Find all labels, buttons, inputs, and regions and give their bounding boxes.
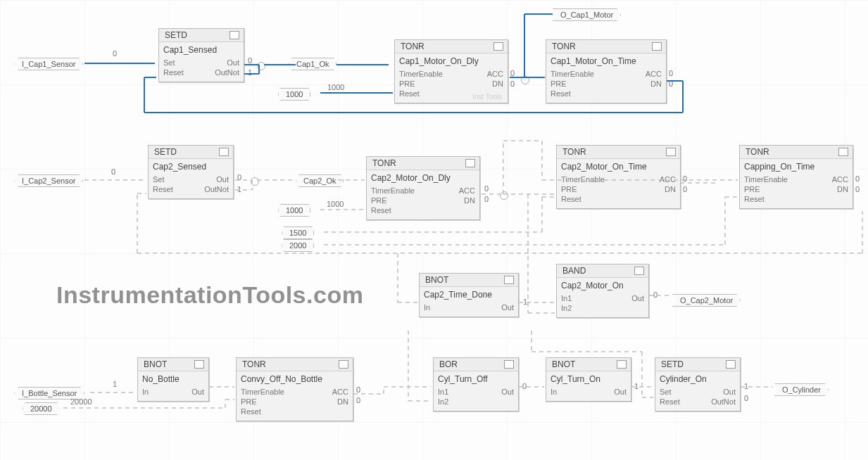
wire-value: 0 [248, 56, 252, 65]
pin-label: TimerEnable [241, 387, 284, 397]
block-type: BAND [562, 266, 586, 276]
pin-label: Set [153, 174, 165, 184]
window-icon [666, 148, 676, 156]
pin-dot [251, 177, 259, 186]
pin-label: ACC [332, 387, 348, 397]
tag-o-cap2-motor[interactable]: O_Cap2_Motor [672, 294, 741, 307]
const-label: 20000 [30, 404, 52, 413]
pin-label: OutNot [711, 397, 736, 407]
window-icon [838, 148, 848, 156]
pin-label: In [424, 302, 430, 312]
window-icon [493, 42, 503, 51]
block-tonr-cap1-time[interactable]: TONR Cap1_Motor_On_Time TimerEnableACC P… [546, 39, 667, 103]
pin-label: Reset [399, 89, 420, 98]
wire-value: 0 [484, 184, 489, 193]
pin-dot [500, 191, 508, 200]
pin-label: Out [501, 302, 514, 312]
wire-value: 0 [113, 49, 117, 58]
block-type: TONR [552, 41, 576, 51]
wire-value: 1 [248, 68, 252, 77]
block-bor-cyloff[interactable]: BOR Cyl_Turn_Off In1Out In2 [433, 357, 519, 411]
window-icon [726, 360, 736, 369]
block-bnot-timedone[interactable]: BNOT Cap2_Time_Done InOut [419, 273, 519, 317]
pin-label: DN [650, 79, 662, 89]
tag-label: Cap2_Ok [303, 177, 336, 185]
wire-value: 0 [356, 385, 360, 394]
window-icon [634, 267, 644, 275]
pin-label: ACC [487, 69, 503, 79]
tag-o-cylinder[interactable]: O_Cylinder [774, 383, 829, 396]
block-tonr-cap1-dly[interactable]: TONR Cap1_Motor_On_Dly TimerEnableACC PR… [394, 39, 508, 103]
pin-label: ACC [459, 186, 475, 196]
pin-label: Out [723, 387, 736, 397]
block-instance: Cap2_Motor_On [561, 281, 644, 290]
tag-cap1-ok[interactable]: Cap1_Ok [289, 58, 336, 70]
pin-label: In [142, 387, 149, 397]
block-bnot-nobottle[interactable]: BNOT No_Bottle InOut [137, 357, 209, 402]
const-1500: 1500 [282, 226, 314, 239]
wire-value: 0 [744, 394, 748, 402]
wire-value: 0 [669, 69, 673, 77]
pin-label: Reset [561, 194, 581, 204]
pin-label: PRE [241, 397, 257, 407]
block-setd-cap2[interactable]: SETD Cap2_Sensed SetOut ResetOutNot [148, 145, 234, 199]
pin-label: Reset [660, 397, 680, 407]
tag-cap2-ok[interactable]: Cap2_Ok [296, 174, 344, 187]
pin-label: PRE [551, 79, 567, 89]
block-type: SETD [661, 359, 684, 369]
block-instance: Cyl_Turn_On [551, 374, 627, 384]
block-band-motoron[interactable]: BAND Cap2_Motor_On In1Out In2 [556, 264, 649, 318]
wire-value: 0 [111, 167, 115, 176]
block-bnot-cylon[interactable]: BNOT Cyl_Turn_On InOut [546, 357, 631, 402]
block-setd-cap1[interactable]: SETD Cap1_Sensed SetOut ResetOutNot [158, 28, 244, 82]
block-tonr-cap2-time[interactable]: TONR Cap2_Motor_On_Time TimerEnableACC P… [556, 145, 681, 209]
wire-value: 1 [523, 298, 527, 306]
pin-label: PRE [561, 184, 577, 194]
pin-label: Out [216, 174, 229, 184]
tag-label: I_Cap1_Sensor [22, 60, 75, 68]
pin-label: TimerEnable [371, 186, 415, 196]
window-icon [229, 31, 239, 39]
pin-label: In2 [438, 397, 448, 407]
block-instance: Cap2_Motor_On_Time [561, 162, 676, 172]
tag-i-cap1-sensor[interactable]: I_Cap1_Sensor [14, 58, 83, 70]
wire-value: 1 [634, 382, 639, 390]
block-instance: Cap1_Motor_On_Time [551, 56, 662, 66]
pin-label: Out [501, 387, 514, 397]
pin-label: In1 [438, 387, 448, 397]
pin-label: DN [464, 196, 475, 205]
pin-label: OutNot [215, 68, 239, 77]
wire-value: 0 [653, 290, 658, 299]
wire-value: 1 [744, 382, 748, 390]
pin-label: Reset [163, 68, 184, 77]
tag-label: O_Cylinder [782, 385, 821, 394]
pin-label: DN [837, 184, 848, 194]
block-instance: Cyl_Turn_Off [438, 374, 514, 384]
block-setd-cylinder[interactable]: SETD Cylinder_On SetOut ResetOutNot [655, 357, 741, 411]
pin-label: ACC [646, 69, 662, 79]
block-tonr-capping-time[interactable]: TONR Capping_On_Time TimerEnableACC PRED… [739, 145, 853, 209]
block-instance: Cap1_Motor_On_Dly [399, 56, 503, 66]
const-1000: 1000 [278, 88, 310, 101]
block-tonr-convy[interactable]: TONR Convy_Off_No_Bottle TimerEnableACC … [236, 357, 353, 421]
pin-label: TimerEnable [561, 174, 605, 184]
tag-label: I_Bottle_Sensor [22, 389, 77, 397]
wire-value: 1000 [327, 83, 344, 91]
pin-label: In1 [561, 293, 572, 303]
block-instance: Cap2_Sensed [153, 162, 229, 172]
const-1000b: 1000 [278, 204, 310, 217]
block-tonr-cap2-dly[interactable]: TONR Cap2_Motor_On_Dly TimerEnableACC PR… [366, 156, 480, 220]
tag-o-cap1-motor[interactable]: O_Cap1_Motor [553, 8, 621, 21]
block-type: TONR [401, 41, 424, 51]
pin-label: In2 [561, 303, 572, 313]
window-icon [465, 159, 475, 167]
tag-i-cap2-sensor[interactable]: I_Cap2_Sensor [14, 174, 83, 187]
pin-dot [521, 76, 529, 84]
pin-label: DN [337, 397, 348, 407]
image-watermark: InstrumentationTools.com [56, 281, 363, 309]
block-type: SETD [165, 30, 187, 40]
block-instance: Cap2_Time_Done [424, 290, 514, 300]
const-label: 2000 [289, 241, 306, 250]
window-icon [504, 360, 514, 369]
pin-label: Reset [744, 194, 765, 204]
